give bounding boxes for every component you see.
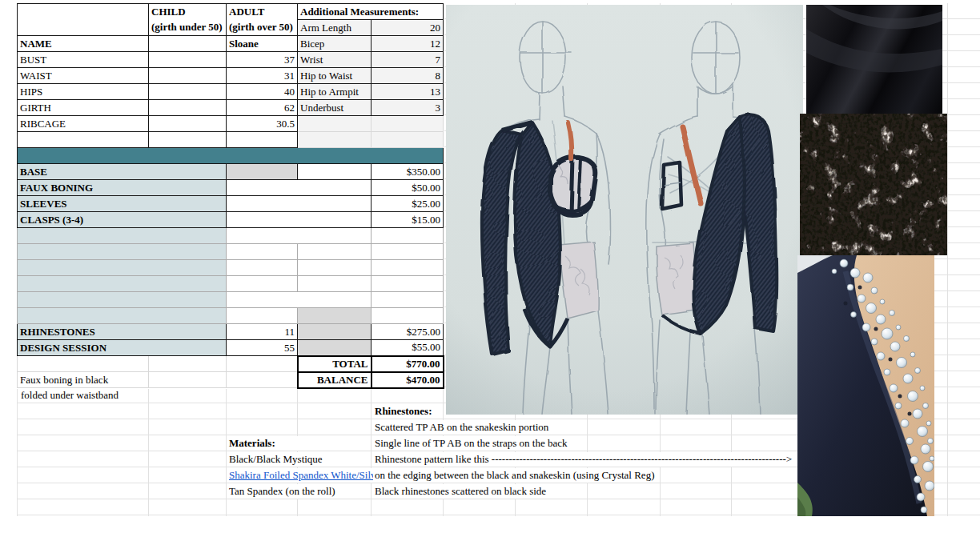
measure-value: 37: [227, 52, 298, 68]
col-header-adult: ADULT (girth over 50): [227, 4, 298, 36]
price-qty: 11: [227, 324, 298, 340]
name-label: NAME: [18, 36, 149, 52]
material-item-link-cell: Shakira Foiled Spandex White/Silve: [227, 468, 373, 483]
additional-label: Arm Length: [298, 20, 372, 36]
teal-divider-row: [18, 148, 444, 164]
measure-row: RIBCAGE 30.5: [18, 116, 444, 132]
note-folded-waistband: folded under waistband: [19, 388, 120, 403]
balance-amount: $470.00: [372, 372, 444, 388]
teal-band: [18, 148, 444, 164]
col-header-child: CHILD (girth under 50): [149, 4, 227, 36]
price-label: BASE: [18, 164, 227, 180]
price-amount: $350.00: [372, 164, 444, 180]
price-row-clasps: CLASPS (3-4) $15.00: [18, 212, 444, 228]
balance-label: BALANCE: [298, 372, 372, 388]
black-fabric-swatch-image: [806, 5, 942, 114]
rhinestone-note: Scattered TP AB on the snakeskin portion: [373, 420, 550, 435]
material-item: Black/Black Mystique: [227, 452, 324, 467]
total-label: TOTAL: [298, 356, 372, 372]
price-row-design-session: DESIGN SESSION 55 $55.00: [18, 340, 444, 356]
rhinestone-note-pattern-arrow: Rhinestone pattern like this -----------…: [373, 452, 793, 467]
measure-label: BUST: [18, 52, 149, 68]
additional-measurements-header: Additional Measurements:: [298, 4, 444, 20]
rhinestone-note: on the edging between the black and snak…: [373, 468, 656, 483]
client-name: Sloane: [227, 36, 298, 52]
order-table: CHILD (girth under 50) ADULT (girth over…: [17, 3, 444, 389]
rhinestone-detail-image: [797, 255, 934, 516]
spacer-row: [18, 132, 444, 148]
note-faux-boning: Faux boning in black: [18, 372, 149, 388]
materials-header: Materials:: [227, 436, 299, 451]
price-row-faux-boning: FAUX BONING $50.00: [18, 180, 444, 196]
price-row-base: BASE $350.00: [18, 164, 444, 180]
price-row-rhinestones: RHINESTONES 11 $275.00: [18, 324, 444, 340]
empty-price-row: [18, 292, 444, 308]
empty-price-row: [18, 260, 444, 276]
total-amount: $770.00: [372, 356, 444, 372]
total-row: TOTAL $770.00: [18, 356, 444, 372]
spreadsheet-page: CHILD (girth under 50) ADULT (girth over…: [0, 0, 980, 549]
price-row-sleeves: SLEEVES $25.00: [18, 196, 444, 212]
rhinestone-note: Black rhinestones scattered on black sid…: [373, 484, 548, 499]
material-item: Tan Spandex (on the roll): [227, 484, 337, 499]
header-row: CHILD (girth under 50) ADULT (girth over…: [18, 4, 444, 20]
rhinestone-note: Single line of TP AB on the straps on th…: [373, 436, 568, 451]
material-hyperlink[interactable]: Shakira Foiled Spandex White/Silve: [229, 469, 373, 481]
empty-price-row: [18, 276, 444, 292]
name-row: NAME Sloane Bicep 12: [18, 36, 444, 52]
snakeskin-swatch-image: [800, 114, 947, 255]
empty-price-row: [18, 308, 444, 324]
measure-row: HIPS 40 Hip to Armpit 13: [18, 84, 444, 100]
empty-price-row: [18, 228, 444, 244]
additional-value: 20: [372, 20, 444, 36]
design-sketch-image: [446, 5, 803, 415]
balance-row: Faux boning in black BALANCE $470.00: [18, 372, 444, 388]
measure-row: WAIST 31 Hip to Waist 8: [18, 68, 444, 84]
empty-price-row: [18, 244, 444, 260]
rhinestones-header: Rhinestones:: [373, 404, 434, 419]
measure-row: BUST 37 Wrist 7: [18, 52, 444, 68]
measure-row: GIRTH 62 Underbust 3: [18, 100, 444, 116]
